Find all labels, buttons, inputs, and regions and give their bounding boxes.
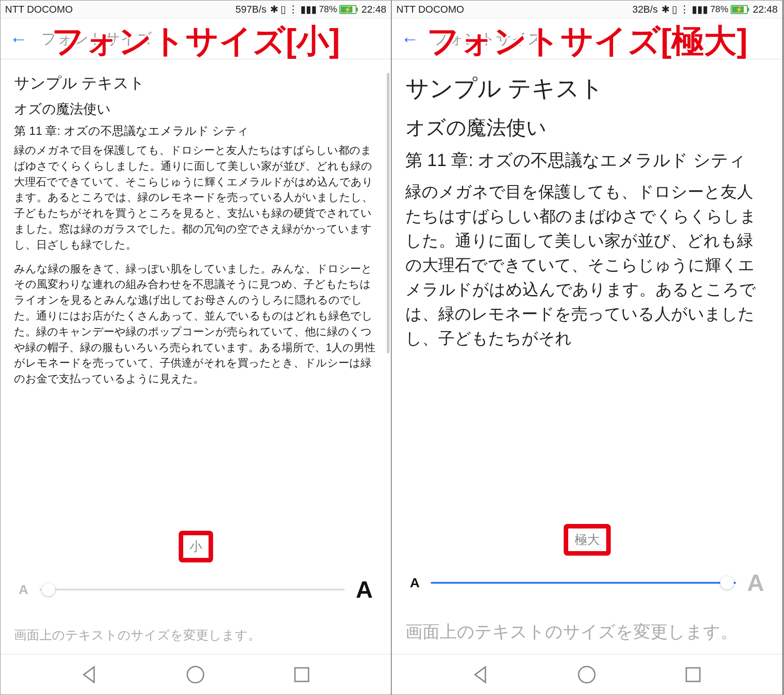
hint-text: 画面上のテキストのサイズを変更します。 <box>0 626 391 654</box>
font-size-slider-row: A A <box>405 569 769 596</box>
back-button[interactable]: ← <box>401 30 419 48</box>
sample-body: 緑のメガネで目を保護しても、ドロシーと友人たちはすばらしい都のまばゆさでくらくら… <box>405 180 769 359</box>
vibrate-icon: ▯ <box>672 4 677 15</box>
statusbar: NTT DOCOMO 32B/s ✱ ▯ ⋮ ▮▮▮ 78% ⚡ 22:48 <box>392 0 782 19</box>
bluetooth-icon: ✱ <box>270 4 278 15</box>
sample-heading: サンプル テキスト <box>405 73 769 105</box>
carrier-label: NTT DOCOMO <box>5 4 73 15</box>
appbar-title: フォントサイズ <box>41 29 152 49</box>
nav-recent-icon[interactable] <box>682 663 704 686</box>
sample-paragraph-1: 緑のメガネで目を保護しても、ドロシーと友人たちはすばらしい都のまばゆさでくらくら… <box>405 180 769 351</box>
sample-body: 緑のメガネで目を保護しても、ドロシーと友人たちはすばらしい都のまばゆさでくらくら… <box>14 143 377 387</box>
slider-min-icon: A <box>410 575 420 590</box>
carrier-label: NTT DOCOMO <box>396 4 464 15</box>
status-icons: ✱ ▯ ⋮ ▮▮▮ 78% ⚡ 22:48 <box>270 4 386 15</box>
svg-point-2 <box>579 666 595 683</box>
font-size-slider[interactable] <box>39 583 345 596</box>
sample-chapter: 第 11 章: オズの不思議なエメラルド シティ <box>405 148 769 172</box>
svg-rect-3 <box>686 668 700 681</box>
svg-point-0 <box>187 666 204 683</box>
font-size-slider-row: A A <box>14 576 377 603</box>
appbar: ← フォントサイズ <box>0 19 391 59</box>
status-icons: ✱ ▯ ⋮ ▮▮▮ 78% ⚡ 22:48 <box>661 4 778 15</box>
sample-paragraph-1: 緑のメガネで目を保護しても、ドロシーと友人たちはすばらしい都のまばゆさでくらくら… <box>14 143 377 253</box>
clock: 22:48 <box>753 4 778 15</box>
font-size-controls: 小 A A <box>0 522 391 626</box>
wifi-icon: ⋮ <box>679 4 689 15</box>
svg-rect-1 <box>295 668 309 681</box>
battery-icon: ⚡ <box>339 5 356 14</box>
scrollbar[interactable] <box>387 73 390 353</box>
nav-home-icon[interactable] <box>184 663 207 686</box>
wifi-icon: ⋮ <box>288 4 298 15</box>
nav-recent-icon[interactable] <box>290 663 313 686</box>
sample-paragraph-2: みんな緑の服をきて、緑っぽい肌をしていました。みんな、ドロシーとその風変わりな連… <box>14 261 377 387</box>
hint-text: 画面上のテキストのサイズを変更します。 <box>392 619 782 654</box>
battery-icon: ⚡ <box>731 5 748 14</box>
bluetooth-icon: ✱ <box>661 4 670 15</box>
phone-right: NTT DOCOMO 32B/s ✱ ▯ ⋮ ▮▮▮ 78% ⚡ 22:48 ←… <box>391 0 783 695</box>
font-size-controls: 極大 A A <box>392 515 782 619</box>
font-size-slider[interactable] <box>431 576 736 590</box>
slider-max-icon: A <box>747 569 764 596</box>
vibrate-icon: ▯ <box>280 4 286 15</box>
navigation-bar <box>392 654 782 695</box>
slider-thumb[interactable] <box>42 583 55 596</box>
sample-subtitle: オズの魔法使い <box>14 100 377 119</box>
battery-percent: 78% <box>710 4 728 14</box>
signal-icon: ▮▮▮ <box>692 4 708 15</box>
nav-back-icon[interactable] <box>78 663 101 686</box>
nav-home-icon[interactable] <box>575 663 598 686</box>
appbar-title: フォントサイズ <box>432 29 543 49</box>
nav-back-icon[interactable] <box>470 663 492 686</box>
sample-heading: サンプル テキスト <box>14 73 377 94</box>
sample-chapter: 第 11 章: オズの不思議なエメラルド シティ <box>14 123 377 139</box>
size-label-highlighted: 極大 <box>564 524 611 556</box>
phone-left: NTT DOCOMO 597B/s ✱ ▯ ⋮ ▮▮▮ 78% ⚡ 22:48 … <box>0 0 391 695</box>
sample-content[interactable]: サンプル テキスト オズの魔法使い 第 11 章: オズの不思議なエメラルド シ… <box>392 59 782 515</box>
network-speed: 32B/s <box>632 4 658 15</box>
clock: 22:48 <box>361 4 386 15</box>
signal-icon: ▮▮▮ <box>300 4 317 15</box>
size-label-highlighted: 小 <box>179 531 213 562</box>
sample-subtitle: オズの魔法使い <box>405 114 769 141</box>
battery-percent: 78% <box>319 4 337 14</box>
slider-min-icon: A <box>19 582 29 597</box>
network-speed: 597B/s <box>235 4 266 15</box>
back-button[interactable]: ← <box>10 30 28 48</box>
navigation-bar <box>0 654 391 695</box>
slider-thumb[interactable] <box>720 576 734 590</box>
slider-max-icon: A <box>356 576 373 603</box>
appbar: ← フォントサイズ <box>392 19 782 59</box>
statusbar: NTT DOCOMO 597B/s ✱ ▯ ⋮ ▮▮▮ 78% ⚡ 22:48 <box>0 0 391 19</box>
sample-content[interactable]: サンプル テキスト オズの魔法使い 第 11 章: オズの不思議なエメラルド シ… <box>0 59 391 522</box>
